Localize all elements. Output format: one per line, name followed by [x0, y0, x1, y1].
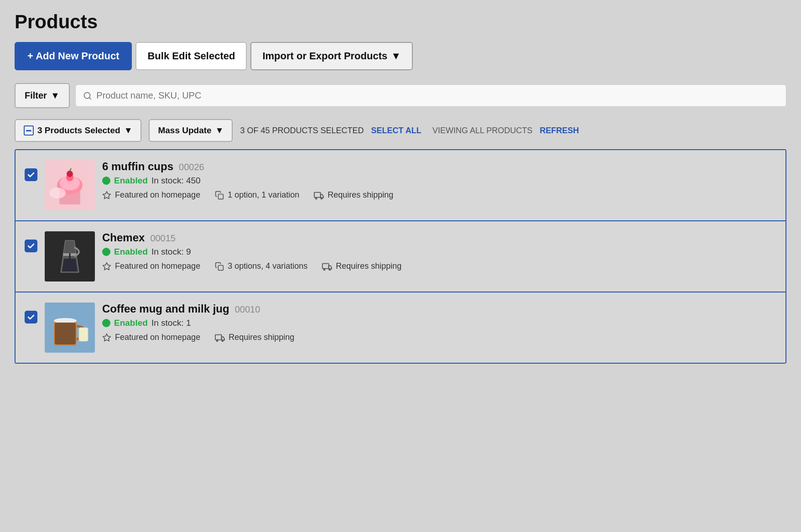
svg-rect-20	[218, 265, 224, 270]
status-dot-1	[102, 177, 110, 185]
product-status-3: Enabled	[114, 318, 148, 328]
table-row: 6 muffin cups 00026 Enabled In stock: 45…	[16, 150, 785, 221]
table-row: Chemex 00015 Enabled In stock: 9 Feature…	[16, 221, 785, 292]
shipping-label-1: Requires shipping	[328, 190, 393, 200]
svg-marker-30	[103, 334, 111, 341]
product-info-3: Coffee mug and milk jug 00010 Enabled In…	[102, 303, 776, 342]
minus-square-icon	[24, 125, 34, 136]
svg-point-14	[316, 198, 317, 199]
star-icon	[102, 191, 111, 200]
featured-label-1: Featured on homepage	[115, 190, 200, 200]
product-sku-3: 00010	[235, 304, 260, 315]
svg-rect-13	[314, 192, 321, 197]
search-box	[75, 84, 786, 107]
shipping-label-2: Requires shipping	[336, 261, 401, 271]
svg-point-33	[222, 340, 224, 341]
svg-point-32	[217, 340, 218, 341]
svg-point-10	[49, 188, 66, 198]
checkbox-wrap-3	[25, 303, 37, 323]
mass-update-button[interactable]: Mass Update ▼	[149, 119, 233, 142]
svg-rect-29	[55, 323, 76, 344]
product-stock-2: In stock: 9	[151, 247, 191, 257]
star-icon	[102, 262, 111, 271]
product-info-1: 6 muffin cups 00026 Enabled In stock: 45…	[102, 160, 776, 200]
refresh-link[interactable]: REFRESH	[540, 126, 579, 136]
product-status-2: Enabled	[114, 247, 148, 257]
featured-label-3: Featured on homepage	[115, 333, 200, 342]
toolbar: + Add New Product Bulk Edit Selected Imp…	[15, 42, 786, 70]
svg-line-1	[89, 97, 91, 99]
product-status-1: Enabled	[114, 176, 148, 186]
filter-label: Filter	[25, 90, 47, 101]
add-new-product-button[interactable]: + Add New Product	[15, 42, 132, 70]
select-all-link[interactable]: SELECT ALL	[371, 126, 421, 136]
filter-button[interactable]: Filter ▼	[15, 83, 70, 108]
featured-homepage-1[interactable]: Featured on homepage	[102, 190, 200, 200]
search-icon	[83, 91, 92, 100]
svg-rect-2	[26, 130, 31, 131]
mass-update-label: Mass Update	[158, 125, 211, 136]
product-name-2[interactable]: Chemex	[102, 231, 145, 244]
product-checkbox-2[interactable]	[25, 240, 37, 252]
selected-label: 3 Products Selected	[37, 125, 120, 136]
variations-2: 3 options, 4 variations	[215, 261, 307, 271]
truck-icon	[215, 333, 225, 342]
product-info-2: Chemex 00015 Enabled In stock: 9 Feature…	[102, 231, 776, 271]
svg-point-8	[67, 171, 73, 177]
filter-row: Filter ▼	[15, 83, 786, 108]
star-icon	[102, 333, 111, 342]
svg-point-15	[321, 198, 322, 199]
svg-rect-31	[215, 334, 222, 339]
shipping-3: Requires shipping	[215, 333, 294, 342]
product-name-1[interactable]: 6 muffin cups	[102, 160, 173, 173]
mass-update-chevron-icon: ▼	[215, 125, 224, 136]
import-export-button[interactable]: Import or Export Products ▼	[250, 42, 413, 70]
shipping-label-3: Requires shipping	[229, 333, 294, 342]
import-chevron-icon: ▼	[391, 50, 401, 62]
viewing-info: VIEWING ALL PRODUCTS	[432, 126, 532, 136]
svg-marker-19	[103, 262, 111, 270]
copy-icon	[215, 262, 224, 271]
products-selected-button[interactable]: 3 Products Selected ▼	[15, 119, 141, 142]
filter-chevron-icon: ▼	[51, 90, 60, 101]
import-export-label: Import or Export Products	[262, 50, 387, 62]
svg-rect-21	[322, 263, 329, 268]
svg-point-22	[324, 269, 325, 270]
count-text: 3 OF 45 PRODUCTS SELECTED	[240, 126, 364, 136]
variations-label-2: 3 options, 4 variations	[228, 261, 307, 271]
svg-rect-12	[218, 194, 224, 199]
svg-marker-11	[103, 191, 111, 198]
copy-icon	[215, 191, 224, 200]
bulk-edit-button[interactable]: Bulk Edit Selected	[135, 42, 247, 70]
status-dot-3	[102, 319, 110, 327]
product-checkbox-3[interactable]	[25, 311, 37, 323]
product-image-2	[45, 231, 95, 282]
product-name-3[interactable]: Coffee mug and milk jug	[102, 303, 229, 315]
truck-icon	[314, 191, 324, 200]
checkbox-wrap-1	[25, 160, 37, 181]
truck-icon	[322, 262, 332, 271]
svg-rect-27	[79, 328, 88, 341]
shipping-2: Requires shipping	[322, 261, 401, 271]
product-image-3	[45, 303, 95, 353]
search-input[interactable]	[96, 90, 779, 101]
variations-label-1: 1 option, 1 variation	[228, 190, 299, 200]
featured-homepage-3[interactable]: Featured on homepage	[102, 333, 200, 342]
featured-homepage-2[interactable]: Featured on homepage	[102, 261, 200, 271]
product-checkbox-1[interactable]	[25, 168, 37, 181]
product-sku-1: 00026	[179, 162, 204, 172]
selected-chevron-icon: ▼	[124, 125, 133, 136]
variations-1: 1 option, 1 variation	[215, 190, 299, 200]
selection-bar: 3 Products Selected ▼ Mass Update ▼ 3 OF…	[15, 119, 786, 142]
checkbox-wrap-2	[25, 231, 37, 252]
featured-label-2: Featured on homepage	[115, 261, 200, 271]
product-image-1	[45, 160, 95, 210]
page-title: Products	[15, 11, 786, 33]
status-dot-2	[102, 248, 110, 256]
shipping-1: Requires shipping	[314, 190, 393, 200]
svg-point-23	[329, 269, 331, 270]
product-stock-1: In stock: 450	[151, 176, 201, 186]
products-list: 6 muffin cups 00026 Enabled In stock: 45…	[15, 149, 786, 364]
product-stock-3: In stock: 1	[151, 318, 191, 328]
table-row: Coffee mug and milk jug 00010 Enabled In…	[16, 292, 785, 363]
